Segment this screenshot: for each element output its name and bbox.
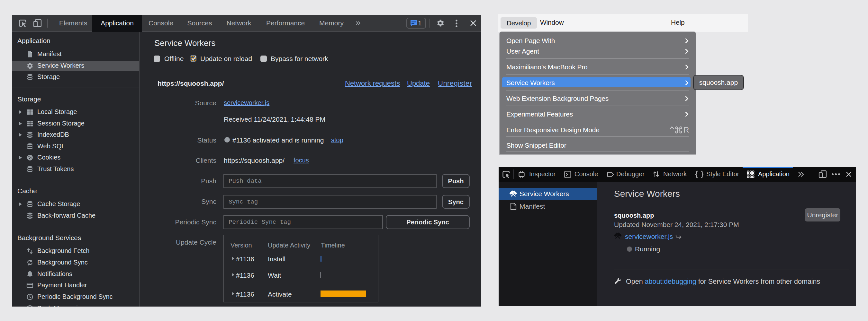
svg-text:R: R (683, 126, 689, 134)
